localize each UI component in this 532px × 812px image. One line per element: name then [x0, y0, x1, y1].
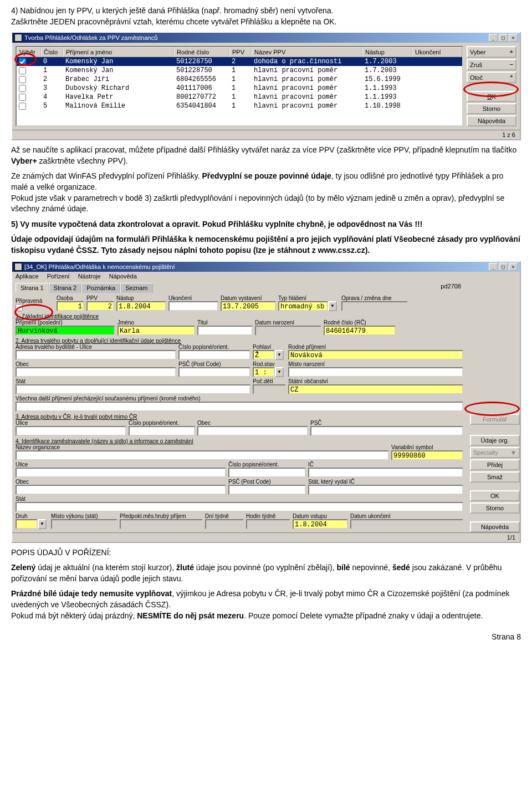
- paragraph-4: Údaje odpovídají údajům na formuláři Při…: [11, 234, 521, 256]
- sec4-psc-field[interactable]: [228, 485, 306, 495]
- pohlavi-combo[interactable]: Ž▼: [253, 350, 286, 360]
- specialty-button[interactable]: Specialty▼: [470, 447, 520, 458]
- sec4-stat-field[interactable]: [16, 502, 463, 512]
- table-row[interactable]: 5Malinová Emilie63540418041hlavní pracov…: [17, 101, 462, 110]
- pridej-button[interactable]: Přidej: [470, 459, 520, 470]
- table-row[interactable]: 0Komenský Jan5012287502dohoda o prac.čin…: [17, 57, 462, 66]
- row-checkbox[interactable]: [19, 67, 26, 74]
- tab-strana2[interactable]: Strana 2: [49, 283, 82, 293]
- row-checkbox[interactable]: [19, 58, 26, 65]
- tab-seznam[interactable]: Seznam: [120, 283, 152, 293]
- typ-hlaseni-combo[interactable]: hromadný sb▼: [278, 301, 339, 311]
- formular-button[interactable]: Formulář: [470, 414, 520, 425]
- maximize-button[interactable]: □: [499, 263, 508, 271]
- dalsi-prijmeni-field[interactable]: [16, 402, 463, 412]
- side-button-panel: Formulář Údaje org. Specialty▼ Přidej Sm…: [470, 281, 520, 532]
- ppv-list[interactable]: Výběr Číslo Příjmení a jméno Rodné číslo…: [16, 46, 463, 126]
- sec3-cislo-field[interactable]: [129, 426, 195, 436]
- pd-label: pd2708: [441, 283, 461, 290]
- table-row[interactable]: 1Komenský Jan5012287501hlavní pracovní p…: [17, 66, 462, 75]
- app-icon: [14, 34, 22, 42]
- section1-title: 1. Základní identifikace pojištěnce: [16, 313, 463, 319]
- menu-porizeni[interactable]: Pořízení: [47, 273, 70, 280]
- osoba-field[interactable]: 1: [57, 301, 84, 311]
- tab-strana1[interactable]: Strana 1: [16, 283, 49, 293]
- close-button[interactable]: ×: [509, 34, 518, 42]
- window-title: Tvorba Přihlášek/Odhlášek za PPV zaměstn…: [24, 34, 157, 41]
- outro-paragraph-2: Prázdné bílé údaje tedy nemusíte vyplňov…: [11, 588, 521, 621]
- stat-field[interactable]: [16, 384, 250, 394]
- rodstav-combo[interactable]: 1 :▼: [253, 367, 286, 377]
- table-row[interactable]: 3Dubovský Richard4011170061hlavní pracov…: [17, 84, 462, 93]
- row-checkbox[interactable]: [19, 76, 26, 83]
- maximize-button[interactable]: □: [499, 34, 508, 42]
- pripravena-checkbox[interactable]: [16, 304, 23, 311]
- statni-obcanstvi-field[interactable]: CZ: [288, 384, 463, 394]
- menu-nastroje[interactable]: Nástroje: [78, 273, 101, 280]
- intro-paragraph: 4) Nabídnou jen ty PPV, u kterých ještě …: [11, 6, 521, 27]
- app-icon: [14, 263, 22, 271]
- ukonceni-field[interactable]: [168, 301, 218, 311]
- storno-button[interactable]: Storno: [467, 103, 516, 114]
- menu-napoveda[interactable]: Nápověda: [109, 273, 137, 280]
- sec3-psc-field[interactable]: [310, 426, 463, 436]
- minimize-button[interactable]: _: [489, 34, 498, 42]
- adresa-ulice-field[interactable]: [16, 350, 176, 360]
- ok-button[interactable]: OOKK: [467, 91, 516, 102]
- ok-button[interactable]: OK: [470, 490, 520, 501]
- pocet-deti-field: [253, 384, 286, 394]
- row-checkbox[interactable]: [19, 103, 26, 110]
- hodin-tydne-field: [246, 519, 290, 529]
- section2-title: 2. Adresa trvalého pobytu a doplňující i…: [16, 338, 463, 344]
- row-checkbox[interactable]: [19, 85, 26, 92]
- sec4-cislo-field[interactable]: [228, 468, 306, 478]
- titul-field[interactable]: [197, 326, 253, 336]
- table-row[interactable]: 4Havelka Petr80012707721hlavní pracovní …: [17, 93, 462, 101]
- nastup-field[interactable]: 1.8.2004: [116, 301, 166, 311]
- sec3-obec-field[interactable]: [197, 426, 308, 436]
- stat-ic-field[interactable]: [308, 485, 463, 495]
- zrus-button[interactable]: Zruš−: [467, 59, 516, 70]
- popis-udaju-text: Zelený údaj je aktuální (na kterém stojí…: [11, 562, 521, 584]
- smaz-button[interactable]: Smaž: [470, 471, 520, 483]
- titlebar: Tvorba Přihlášek/Odhlášek za PPV zaměstn…: [12, 33, 520, 43]
- obec-field[interactable]: [16, 367, 176, 377]
- sec4-ulice-field[interactable]: [16, 468, 226, 478]
- napoveda-button[interactable]: Nápověda: [467, 115, 516, 126]
- close-button[interactable]: ×: [509, 263, 518, 271]
- rodne-prijmeni-field[interactable]: Nováková: [288, 350, 463, 360]
- cislo-popisne-field[interactable]: [178, 350, 250, 360]
- table-row[interactable]: 2Brabec Jiří68042655561hlavní pracovní p…: [17, 75, 462, 84]
- minimize-button[interactable]: _: [489, 263, 498, 271]
- otoc-button[interactable]: Otoč*: [467, 72, 516, 83]
- vyber-button[interactable]: Vyber+: [467, 46, 516, 58]
- varsym-field[interactable]: 99990860: [391, 450, 463, 460]
- sec3-ulice-field[interactable]: [16, 426, 126, 436]
- row-checkbox[interactable]: [19, 94, 26, 101]
- paragraph-1: Až se naučíte s aplikací pracovat, můžet…: [11, 145, 521, 166]
- napoveda-button[interactable]: Nápověda: [470, 521, 520, 532]
- sec4-obec-field[interactable]: [16, 485, 226, 495]
- tab-poznamka[interactable]: Poznámka: [81, 283, 120, 293]
- datum-vystaveni-field[interactable]: 13.7.2005: [221, 301, 276, 311]
- datum-vstupu-field[interactable]: 1.8.2004: [293, 519, 348, 529]
- rodne-cislo-field[interactable]: 8460164779: [324, 326, 396, 336]
- nazev-org-field[interactable]: [16, 450, 389, 460]
- page-footer: Strana 8: [11, 632, 521, 641]
- druh-combo[interactable]: ▼: [16, 519, 49, 529]
- ppv-field[interactable]: 2: [86, 301, 114, 311]
- dni-tydne-field: [205, 519, 244, 529]
- button-panel: Vyber+ Zruš− Otoč* OOKK Storno Nápověda: [467, 46, 516, 126]
- datum-narozeni-field: [255, 326, 321, 336]
- window-prihlaska-odhlaska: [34_OK] Přihláška/Odhláška k nemocenském…: [11, 261, 521, 543]
- jmeno-field[interactable]: Karla: [117, 326, 195, 336]
- ic-field[interactable]: [308, 468, 463, 478]
- menu-aplikace[interactable]: Aplikace: [16, 273, 39, 280]
- prijmeni-field[interactable]: Hurvínková: [16, 326, 115, 336]
- psc-field[interactable]: [178, 367, 250, 377]
- udaje-org-button[interactable]: Údaje org.: [470, 435, 520, 446]
- statusbar: 1 z 6: [12, 130, 520, 139]
- misto-narozeni-field[interactable]: [288, 367, 463, 377]
- storno-button[interactable]: Storno: [470, 503, 520, 514]
- page-tabs: Strana 1 Strana 2 Poznámka Seznam: [12, 281, 467, 293]
